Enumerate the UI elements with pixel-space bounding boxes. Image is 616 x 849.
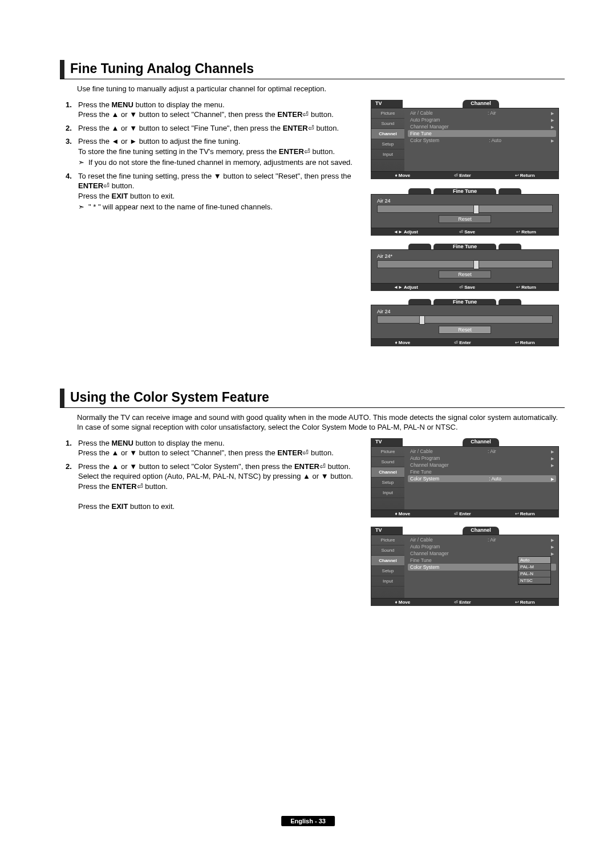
section2-steps: 1.Press the MENU button to display the m… — [66, 438, 360, 512]
osd-channel-menu-colorsystem: TVChannel Picture Sound Channel Setup In… — [371, 438, 559, 518]
section1-steps: 1.Press the MENU button to display the m… — [66, 100, 360, 212]
section1-step4-note: " * " will appear next to the name of fi… — [78, 202, 360, 212]
section2-title: Using the Color System Feature — [60, 389, 269, 407]
osd-finetune-reset: Fine Tune Air 24 0 Reset ♦ Move⏎ Enter↩ … — [371, 299, 559, 346]
osd-channel-menu-finetune: TVChannel Picture Sound Channel Setup In… — [371, 100, 559, 179]
page-number: English - 33 — [281, 816, 335, 826]
section1-step3-note: If you do not store the fine-tuned chann… — [78, 157, 360, 168]
section1-intro: Use fine tuning to manually adjust a par… — [77, 84, 565, 94]
osd-colorsystem-dropdown: TVChannel Picture Sound Channel Setup In… — [371, 527, 559, 606]
section1-title: Fine Tuning Analog Channels — [60, 60, 254, 79]
osd-finetune-asterisk: Fine Tune Air 24* +10 Reset ◄► Adjust⏎ S… — [371, 244, 559, 291]
osd-finetune-plus10: Fine Tune Air 24 +10 Reset ◄► Adjust⏎ Sa… — [371, 188, 559, 236]
section2-intro: Normally the TV can receive image and so… — [77, 413, 565, 432]
